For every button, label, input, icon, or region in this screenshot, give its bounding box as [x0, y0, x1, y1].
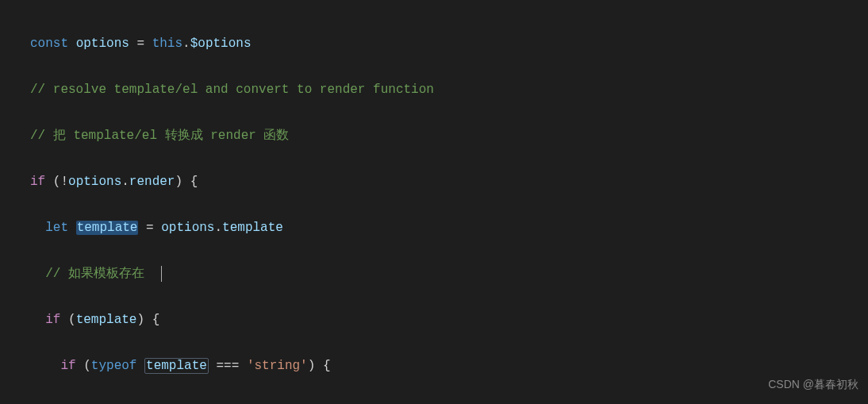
code-line: if (!options.render) {	[30, 171, 868, 194]
keyword-if: if	[30, 175, 45, 189]
keyword-const: const	[30, 37, 68, 51]
keyword-if: if	[45, 313, 60, 327]
code-line: // 把 template/el 转换成 render 函数	[30, 125, 868, 148]
watermark: CSDN @暮春初秋	[768, 373, 858, 396]
code-editor[interactable]: const options = this.$options // resolve…	[0, 0, 868, 404]
text-cursor	[161, 266, 162, 282]
code-line: // resolve template/el and convert to re…	[30, 79, 868, 102]
highlighted-text: template	[144, 358, 209, 374]
highlighted-text: template	[76, 221, 139, 235]
code-line: // 如果模板是 id 选择器	[30, 401, 868, 404]
comment: // resolve template/el and convert to re…	[30, 83, 434, 97]
keyword-let: let	[45, 221, 68, 235]
code-line: if (typeof template === 'string') {	[30, 355, 868, 378]
comment: // 如果模板存在	[45, 267, 144, 281]
code-line: if (template) {	[30, 309, 868, 332]
comment: // 把 template/el 转换成 render 函数	[30, 129, 289, 143]
var-options: options	[76, 37, 129, 51]
keyword-typeof: typeof	[91, 359, 137, 373]
keyword-this: this	[152, 37, 182, 51]
code-line: // 如果模板存在	[30, 263, 868, 286]
string-literal: 'string'	[247, 359, 308, 373]
code-line: const options = this.$options	[30, 33, 868, 56]
code-line: let template = options.template	[30, 217, 868, 240]
keyword-if: if	[60, 359, 75, 373]
